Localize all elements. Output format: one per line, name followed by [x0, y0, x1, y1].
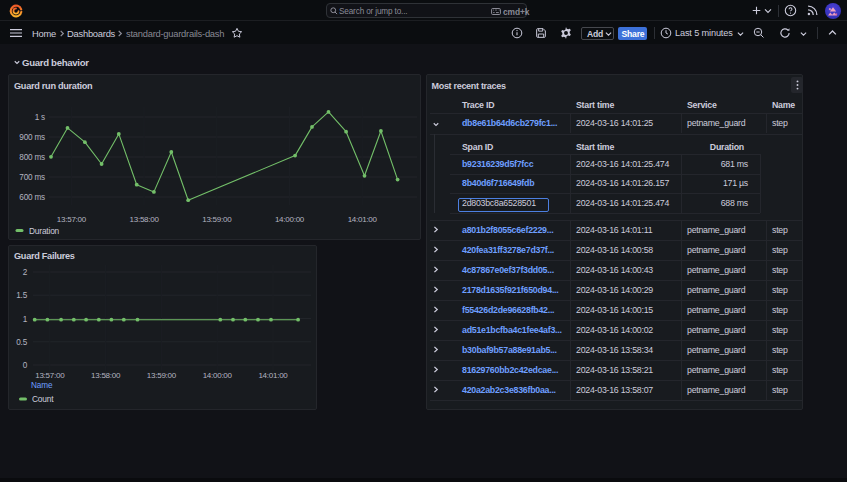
svg-text:900 ms: 900 ms [19, 133, 45, 142]
svg-text:13:58:00: 13:58:00 [91, 371, 121, 380]
svg-text:1 s: 1 s [35, 113, 45, 122]
svg-text:13:59:00: 13:59:00 [147, 371, 177, 380]
svg-text:13:58:00: 13:58:00 [130, 215, 160, 224]
svg-text:1: 1 [23, 315, 28, 324]
svg-text:Count: Count [32, 394, 54, 404]
svg-text:Name: Name [31, 381, 53, 390]
svg-text:0.5: 0.5 [16, 338, 27, 347]
svg-text:Duration: Duration [29, 226, 60, 236]
svg-text:13:57:00: 13:57:00 [57, 215, 87, 224]
svg-text:14:01:00: 14:01:00 [348, 215, 378, 224]
svg-text:14:00:00: 14:00:00 [275, 215, 305, 224]
svg-text:800 ms: 800 ms [19, 153, 45, 162]
svg-text:0: 0 [23, 361, 28, 370]
svg-text:700 ms: 700 ms [19, 173, 45, 182]
svg-text:14:00:00: 14:00:00 [203, 371, 233, 380]
svg-text:2: 2 [23, 268, 28, 277]
svg-text:600 ms: 600 ms [19, 193, 45, 202]
svg-text:13:59:00: 13:59:00 [202, 215, 232, 224]
svg-text:13:57:00: 13:57:00 [35, 371, 65, 380]
svg-text:1.5: 1.5 [16, 291, 27, 300]
svg-text:14:01:00: 14:01:00 [258, 371, 288, 380]
